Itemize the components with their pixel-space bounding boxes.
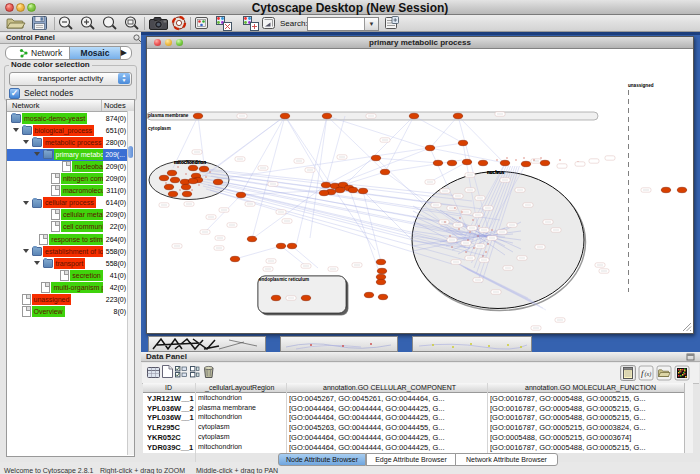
svg-text:plasma membrane: plasma membrane xyxy=(148,113,189,118)
svg-text:(x): (x) xyxy=(645,371,652,378)
svg-text:unassigned: unassigned xyxy=(628,83,654,88)
svg-text:nucleus: nucleus xyxy=(487,170,505,175)
svg-text:cytoplasm: cytoplasm xyxy=(148,126,171,131)
svg-text:endoplasmic reticulum: endoplasmic reticulum xyxy=(259,277,309,282)
svg-text:mitochondrion: mitochondrion xyxy=(174,160,206,165)
